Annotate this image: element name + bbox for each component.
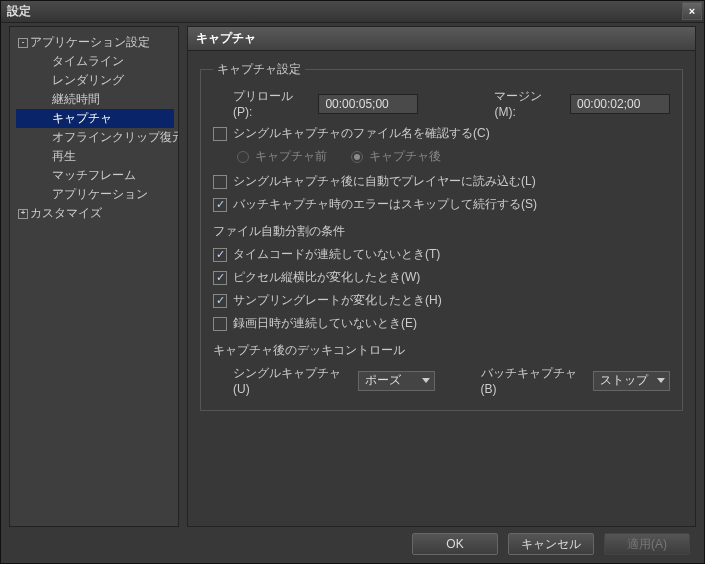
tree-item-duration[interactable]: 継続時間 [16, 90, 174, 109]
radio-after-label: キャプチャ後 [369, 148, 441, 165]
title-bar: 設定 × [1, 1, 704, 23]
skip-errors-label[interactable]: バッチキャプチャ時のエラーはスキップして続行する(S) [233, 196, 537, 213]
margin-label: マージン(M): [494, 88, 562, 119]
deck-single-value: ポーズ [365, 372, 401, 389]
window-title: 設定 [7, 3, 31, 20]
close-button[interactable]: × [682, 2, 702, 20]
right-panel: キャプチャ キャプチャ設定 プリロール(P): マージン(M): シングルキャプ… [187, 26, 696, 527]
cancel-button[interactable]: キャンセル [508, 533, 594, 555]
settings-dialog: 設定 × アプリケーション設定 タイムライン レンダリング 継続時間 キャプチャ… [0, 0, 705, 564]
confirm-filename-label[interactable]: シングルキャプチャのファイル名を確認する(C) [233, 125, 490, 142]
tree-item-capture[interactable]: キャプチャ [16, 109, 174, 128]
split-pixel-checkbox[interactable] [213, 271, 227, 285]
autoload-player-checkbox[interactable] [213, 175, 227, 189]
skip-errors-checkbox[interactable] [213, 198, 227, 212]
split-samplerate-checkbox[interactable] [213, 294, 227, 308]
split-recorddate-label[interactable]: 録画日時が連続していないとき(E) [233, 315, 417, 332]
tree-item-offline[interactable]: オフラインクリップ復元 [16, 128, 174, 147]
margin-input[interactable] [570, 94, 670, 114]
apply-button: 適用(A) [604, 533, 690, 555]
dialog-footer: OK キャンセル 適用(A) [1, 531, 704, 557]
tree-root-customize[interactable]: カスタマイズ [16, 204, 174, 223]
deck-batch-combo[interactable]: ストップ [593, 371, 670, 391]
split-timecode-label[interactable]: タイムコードが連続していないとき(T) [233, 246, 440, 263]
tree-item-matchframe[interactable]: マッチフレーム [16, 166, 174, 185]
split-samplerate-label[interactable]: サンプリングレートが変化したとき(H) [233, 292, 442, 309]
radio-before-label: キャプチャ前 [255, 148, 327, 165]
radio-before-capture [237, 151, 249, 163]
preroll-input[interactable] [318, 94, 418, 114]
confirm-filename-checkbox[interactable] [213, 127, 227, 141]
radio-after-capture [351, 151, 363, 163]
fieldset-legend: キャプチャ設定 [213, 61, 305, 78]
section-body: キャプチャ設定 プリロール(P): マージン(M): シングルキャプチャのファイ… [187, 50, 696, 527]
chevron-down-icon [657, 378, 665, 383]
tree-item-timeline[interactable]: タイムライン [16, 52, 174, 71]
capture-settings-fieldset: キャプチャ設定 プリロール(P): マージン(M): シングルキャプチャのファイ… [200, 61, 683, 411]
split-pixel-label[interactable]: ピクセル縦横比が変化したとき(W) [233, 269, 420, 286]
ok-button[interactable]: OK [412, 533, 498, 555]
tree-item-playback[interactable]: 再生 [16, 147, 174, 166]
chevron-down-icon [422, 378, 430, 383]
deck-control-header: キャプチャ後のデッキコントロール [213, 342, 670, 359]
preroll-label: プリロール(P): [233, 88, 310, 119]
section-title: キャプチャ [187, 26, 696, 50]
deck-single-label: シングルキャプチャ(U) [233, 365, 352, 396]
tree-item-application[interactable]: アプリケーション [16, 185, 174, 204]
deck-single-combo[interactable]: ポーズ [358, 371, 435, 391]
deck-batch-label: バッチキャプチャ(B) [481, 365, 588, 396]
settings-tree[interactable]: アプリケーション設定 タイムライン レンダリング 継続時間 キャプチャ オフライ… [9, 26, 179, 527]
tree-root-app-settings[interactable]: アプリケーション設定 [16, 33, 174, 52]
split-conditions-header: ファイル自動分割の条件 [213, 223, 670, 240]
deck-batch-value: ストップ [600, 372, 648, 389]
split-recorddate-checkbox[interactable] [213, 317, 227, 331]
split-timecode-checkbox[interactable] [213, 248, 227, 262]
autoload-player-label[interactable]: シングルキャプチャ後に自動でプレイヤーに読み込む(L) [233, 173, 536, 190]
tree-item-rendering[interactable]: レンダリング [16, 71, 174, 90]
